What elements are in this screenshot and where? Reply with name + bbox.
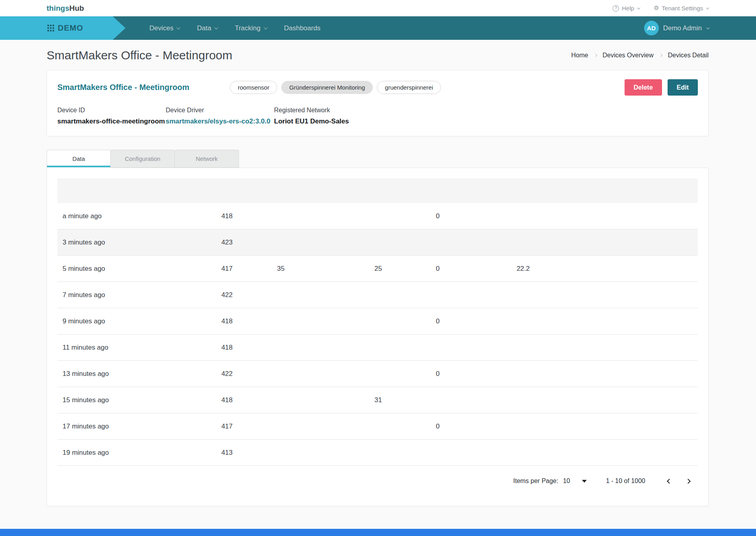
items-per-page-select[interactable]: 10 — [563, 477, 587, 485]
table-row: 7 minutes ago422 — [57, 282, 698, 308]
cell-value: 423 — [221, 239, 277, 246]
table-row: 15 minutes ago41831 — [57, 387, 698, 413]
nav-item-label: Devices — [149, 24, 173, 32]
tab-bar: Data Configuration Network — [47, 150, 709, 168]
cell-value: 22.2 — [517, 265, 698, 273]
cell-timestamp: 7 minutes ago — [57, 291, 221, 299]
cell-timestamp: 3 minutes ago — [57, 239, 221, 246]
chevron-down-icon — [264, 25, 268, 29]
table-row: 17 minutes ago4170 — [57, 413, 698, 440]
breadcrumb-home[interactable]: Home — [571, 52, 588, 59]
nav-menu: Devices Data Tracking Dashboards — [149, 24, 321, 32]
tag-roomsensor: roomsensor — [230, 81, 277, 94]
field-label: Device ID — [57, 107, 166, 114]
help-label: Help — [622, 5, 634, 12]
chevron-down-icon — [706, 26, 709, 29]
nav-item-devices[interactable]: Devices — [149, 24, 179, 32]
next-page-button[interactable] — [684, 477, 692, 485]
nav-item-label: Dashboards — [284, 24, 321, 32]
cell-value: 422 — [221, 291, 277, 299]
cell-timestamp: 9 minutes ago — [57, 317, 221, 325]
table-header-band — [57, 178, 698, 203]
field-registered-network: Registered Network Loriot EU1 Demo-Sales — [274, 107, 349, 125]
tenant-selector[interactable]: DEMO — [0, 16, 125, 40]
field-label: Registered Network — [274, 107, 349, 114]
tag-gruenderspinnerei: gruenderspinnerei — [377, 81, 441, 94]
device-fields: Device ID smartmakers-office-meetingroom… — [57, 107, 698, 125]
chevron-right-icon — [659, 54, 662, 57]
logo-text-hub: Hub — [69, 4, 84, 12]
cell-timestamp: 5 minutes ago — [57, 265, 221, 273]
cell-timestamp: 15 minutes ago — [57, 396, 221, 404]
chevron-right-icon — [685, 479, 691, 484]
nav-item-dashboards[interactable]: Dashboards — [284, 24, 321, 32]
top-bar: thingsHub ? Help ⚙ Tenant Settings — [0, 0, 756, 16]
field-device-id: Device ID smartmakers-office-meetingroom — [57, 107, 166, 125]
cell-value: 0 — [436, 317, 517, 325]
cell-value: 418 — [221, 317, 277, 325]
tenant-label: DEMO — [58, 23, 83, 33]
nav-item-tracking[interactable]: Tracking — [235, 24, 266, 32]
logo-text-things: things — [47, 4, 69, 12]
app-logo[interactable]: thingsHub — [47, 4, 84, 13]
user-menu[interactable]: AD Demo Admin — [644, 21, 709, 35]
table-row: 13 minutes ago4220 — [57, 361, 698, 387]
chevron-left-icon — [667, 479, 672, 484]
cell-timestamp: 11 minutes ago — [57, 344, 221, 352]
device-driver-link[interactable]: smartmakers/elsys-ers-co2:3.0.0 — [166, 117, 274, 125]
table-row: 11 minutes ago418 — [57, 335, 698, 361]
cell-timestamp: 19 minutes ago — [57, 449, 221, 457]
chevron-down-icon — [176, 25, 180, 29]
breadcrumb-devices-overview[interactable]: Devices Overview — [603, 52, 654, 59]
cell-value: 417 — [221, 423, 277, 430]
nav-item-label: Tracking — [235, 24, 260, 32]
avatar: AD — [644, 21, 659, 35]
cell-value: 25 — [374, 265, 436, 273]
help-menu[interactable]: ? Help — [613, 5, 639, 12]
cell-value: 418 — [221, 212, 277, 220]
cell-value: 418 — [221, 396, 277, 404]
field-device-driver: Device Driver smartmakers/elsys-ers-co2:… — [166, 107, 274, 125]
cell-value: 31 — [374, 396, 436, 404]
tenant-settings-label: Tenant Settings — [662, 5, 703, 12]
edit-button[interactable]: Edit — [668, 79, 698, 96]
footer-bar — [0, 529, 756, 536]
table-row: 9 minutes ago4180 — [57, 308, 698, 335]
cell-value: 0 — [436, 423, 517, 430]
cell-value: 417 — [221, 265, 277, 273]
cell-value: 422 — [221, 370, 277, 378]
table-row: 3 minutes ago423 — [57, 229, 698, 256]
breadcrumb-devices-detail: Devices Detail — [668, 52, 709, 59]
tenant-settings-menu[interactable]: ⚙ Tenant Settings — [654, 5, 708, 12]
pagination: Items per Page: 10 1 - 10 of 1000 — [57, 472, 698, 490]
table-row: 19 minutes ago413 — [57, 440, 698, 466]
tab-network[interactable]: Network — [175, 150, 239, 168]
table-row: a minute ago4180 — [57, 203, 698, 229]
nav-item-data[interactable]: Data — [197, 24, 217, 32]
cell-value: 413 — [221, 449, 277, 457]
user-name: Demo Admin — [663, 24, 702, 32]
items-per-page-label: Items per Page: — [513, 477, 558, 485]
cell-value: 0 — [436, 212, 517, 220]
gear-icon: ⚙ — [654, 5, 659, 11]
chevron-down-icon — [706, 6, 709, 9]
chevron-right-icon — [593, 54, 597, 57]
cell-value: 35 — [277, 265, 374, 273]
tag-list: roomsensor Gründerspinnerei Monitoring g… — [230, 81, 441, 94]
cell-timestamp: 13 minutes ago — [57, 370, 221, 378]
help-icon: ? — [613, 5, 619, 12]
cell-timestamp: a minute ago — [57, 212, 221, 220]
page-title: SmartMakers Office - Meetingroom — [47, 49, 232, 62]
device-data-card: a minute ago41803 minutes ago4235 minute… — [47, 168, 709, 506]
cell-value: 0 — [436, 265, 517, 273]
tab-data[interactable]: Data — [47, 150, 111, 168]
topbar-actions: ? Help ⚙ Tenant Settings — [613, 5, 708, 12]
cell-timestamp: 17 minutes ago — [57, 423, 221, 430]
registered-network-value: Loriot EU1 Demo-Sales — [274, 117, 349, 125]
page-head: SmartMakers Office - Meetingroom Home De… — [47, 46, 709, 65]
device-summary-card: SmartMakers Office - Meetingroom roomsen… — [47, 70, 709, 136]
tab-configuration[interactable]: Configuration — [111, 150, 175, 168]
previous-page-button[interactable] — [665, 477, 674, 485]
device-id-value: smartmakers-office-meetingroom — [57, 117, 166, 125]
delete-button[interactable]: Delete — [625, 79, 662, 96]
